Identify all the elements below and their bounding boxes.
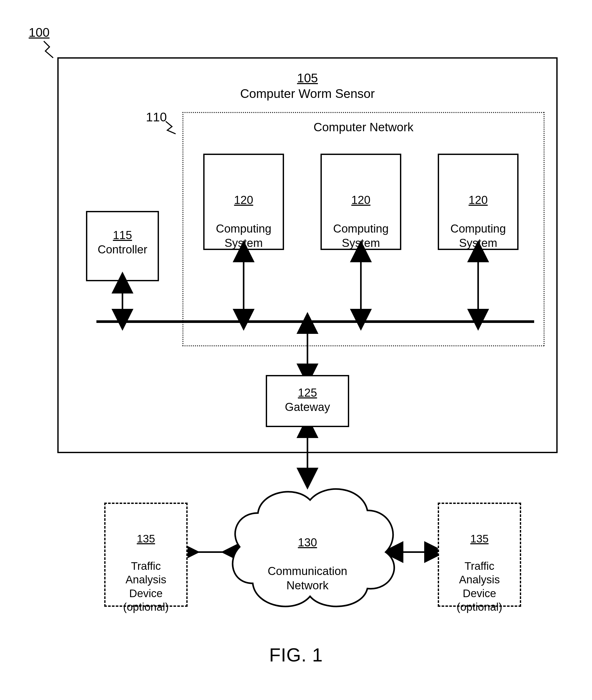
- traffic-device-label: Traffic Analysis Device (optional): [123, 560, 168, 613]
- gateway-ref: 125: [298, 386, 317, 399]
- figure-caption-text: FIG. 1: [269, 645, 323, 665]
- figure-caption: FIG. 1: [0, 643, 592, 667]
- traffic-device-ref: 135: [137, 533, 155, 545]
- traffic-device-title: 135 Traffic Analysis Device (optional): [104, 518, 188, 614]
- traffic-device-title: 135 Traffic Analysis Device (optional): [438, 518, 521, 614]
- diagram-canvas: 100 105 Computer Worm Sensor Computer Ne…: [0, 0, 592, 700]
- traffic-device-ref: 135: [470, 533, 489, 545]
- comm-network-title: 130 Communication Network: [235, 521, 381, 592]
- comm-network-label: Communication Network: [267, 564, 347, 592]
- comm-network-ref: 130: [298, 536, 317, 549]
- gateway-label: Gateway: [285, 400, 330, 413]
- gateway-title: 125 Gateway: [266, 385, 349, 414]
- traffic-device-label: Traffic Analysis Device (optional): [456, 560, 502, 613]
